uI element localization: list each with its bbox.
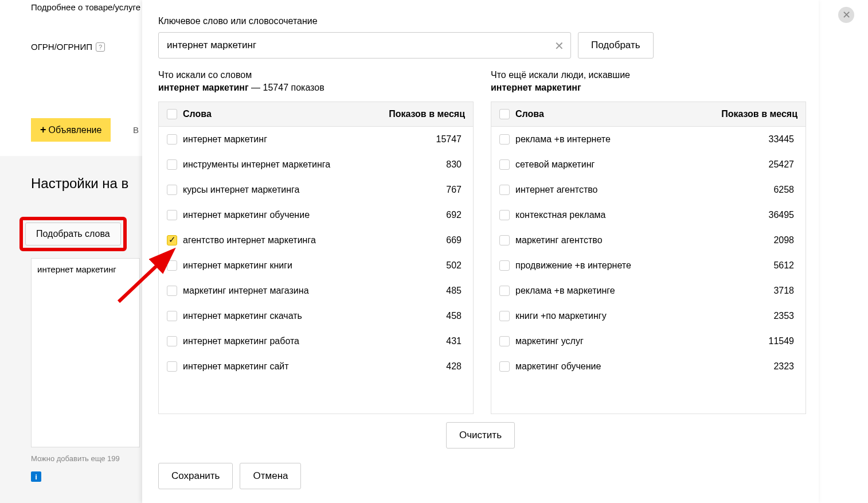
table-row[interactable]: реклама +в маркетинге3718	[491, 278, 806, 303]
row-count: 767	[385, 185, 465, 195]
keywords-textarea[interactable]: интернет маркетинг	[31, 258, 140, 447]
row-word: курсы интернет маркетинга	[183, 185, 299, 195]
header-words: Слова	[515, 109, 544, 119]
plus-icon: +	[40, 124, 46, 136]
right-table-header: Слова Показов в месяц	[491, 102, 806, 127]
row-checkbox[interactable]	[167, 134, 177, 145]
right-table-body[interactable]: реклама +в интернете33445сетевой маркети…	[491, 127, 806, 414]
row-count: 6258	[717, 185, 797, 195]
table-row[interactable]: продвижение +в интернете5612	[491, 253, 806, 278]
clear-input-icon[interactable]: ✕	[554, 39, 564, 53]
table-row[interactable]: книги +по маркетингу2353	[491, 303, 806, 329]
left-table-header: Слова Показов в месяц	[159, 102, 473, 127]
row-word: маркетинг интернет магазина	[183, 286, 309, 296]
row-count: 15747	[385, 134, 465, 145]
table-row[interactable]: интернет маркетинг15747	[159, 127, 473, 152]
add-ad-button[interactable]: + Объявление	[31, 118, 111, 142]
row-word: контекстная реклама	[515, 210, 605, 220]
row-checkbox[interactable]	[499, 210, 510, 220]
row-checkbox[interactable]	[167, 361, 177, 372]
row-checkbox[interactable]	[167, 336, 177, 346]
select-all-checkbox[interactable]	[167, 109, 177, 119]
row-checkbox[interactable]	[167, 210, 177, 220]
settings-title: Настройки на в	[0, 156, 149, 192]
row-checkbox[interactable]	[499, 159, 510, 170]
row-checkbox[interactable]	[167, 235, 177, 245]
row-word: интернет маркетинг	[183, 134, 267, 145]
row-word: интернет маркетинг обучение	[183, 210, 310, 220]
info-icon: i	[31, 471, 41, 482]
table-row[interactable]: интернет маркетинг книги502	[159, 253, 473, 278]
row-count: 11549	[717, 336, 797, 346]
right-caption: Что ещё искали люди, искавшие интернет м…	[491, 69, 806, 95]
row-count: 502	[385, 260, 465, 271]
save-button[interactable]: Сохранить	[158, 463, 233, 489]
row-checkbox[interactable]	[167, 185, 177, 195]
row-word: агентство интернет маркетинга	[183, 235, 316, 245]
clear-button[interactable]: Очистить	[446, 422, 515, 449]
table-row[interactable]: интернет маркетинг работа431	[159, 329, 473, 354]
table-row[interactable]: маркетинг обучение2323	[491, 354, 806, 379]
row-checkbox[interactable]	[167, 159, 177, 170]
table-row[interactable]: агентство интернет маркетинга669	[159, 228, 473, 253]
pick-words-button[interactable]: Подобрать слова	[25, 223, 121, 245]
cancel-button[interactable]: Отмена	[240, 463, 301, 489]
row-word: книги +по маркетингу	[515, 311, 607, 321]
header-words: Слова	[183, 109, 212, 119]
row-count: 2098	[717, 235, 797, 245]
row-word: маркетинг обучение	[515, 361, 601, 372]
keyword-picker-modal: ✕ Ключевое слово или словосочетание ✕ По…	[142, 0, 819, 503]
row-checkbox[interactable]	[167, 286, 177, 296]
right-results-column: Что ещё искали люди, искавшие интернет м…	[491, 69, 806, 414]
row-checkbox[interactable]	[499, 286, 510, 296]
help-icon[interactable]: ?	[96, 42, 105, 52]
row-checkbox[interactable]	[167, 311, 177, 321]
row-checkbox[interactable]	[167, 260, 177, 271]
table-row[interactable]: реклама +в интернете33445	[491, 127, 806, 152]
table-row[interactable]: маркетинг услуг11549	[491, 329, 806, 354]
table-row[interactable]: контекстная реклама36495	[491, 202, 806, 228]
table-row[interactable]: инструменты интернет маркетинга830	[159, 152, 473, 177]
row-word: инструменты интернет маркетинга	[183, 159, 330, 170]
left-table-body[interactable]: интернет маркетинг15747инструменты интер…	[159, 127, 473, 414]
table-row[interactable]: интернет маркетинг обучение692	[159, 202, 473, 228]
row-word: интернет агентство	[515, 185, 598, 195]
row-word: реклама +в маркетинге	[515, 286, 615, 296]
bg-letter: В	[133, 125, 139, 135]
row-word: интернет маркетинг сайт	[183, 361, 289, 372]
row-count: 669	[385, 235, 465, 245]
table-row[interactable]: интернет маркетинг сайт428	[159, 354, 473, 379]
row-count: 2323	[717, 361, 797, 372]
row-checkbox[interactable]	[499, 311, 510, 321]
table-row[interactable]: маркетинг интернет магазина485	[159, 278, 473, 303]
row-word: маркетинг агентство	[515, 235, 603, 245]
table-row[interactable]: интернет агентство6258	[491, 177, 806, 202]
table-row[interactable]: сетевой маркетинг25427	[491, 152, 806, 177]
table-row[interactable]: курсы интернет маркетинга767	[159, 177, 473, 202]
row-checkbox[interactable]	[499, 134, 510, 145]
row-word: реклама +в интернете	[515, 134, 611, 145]
row-count: 692	[385, 210, 465, 220]
row-count: 830	[385, 159, 465, 170]
submit-search-button[interactable]: Подобрать	[578, 32, 654, 59]
select-all-checkbox[interactable]	[499, 109, 510, 119]
header-count: Показов в месяц	[706, 109, 797, 119]
row-word: интернет маркетинг скачать	[183, 311, 302, 321]
row-checkbox[interactable]	[499, 235, 510, 245]
row-word: интернет маркетинг работа	[183, 336, 299, 346]
row-checkbox[interactable]	[499, 260, 510, 271]
row-count: 25427	[717, 159, 797, 170]
row-checkbox[interactable]	[499, 336, 510, 346]
row-word: маркетинг услуг	[515, 336, 584, 346]
table-row[interactable]: интернет маркетинг скачать458	[159, 303, 473, 329]
keyword-search-input[interactable]	[158, 32, 571, 59]
row-count: 458	[385, 311, 465, 321]
row-checkbox[interactable]	[499, 185, 510, 195]
footer-hint: Можно добавить еще 199	[31, 454, 120, 463]
table-row[interactable]: маркетинг агентство2098	[491, 228, 806, 253]
left-caption: Что искали со словом интернет маркетинг …	[158, 69, 474, 95]
close-icon[interactable]: ✕	[838, 7, 854, 23]
row-checkbox[interactable]	[499, 361, 510, 372]
row-count: 3718	[717, 286, 797, 296]
highlighted-button-frame: Подобрать слова	[19, 217, 127, 251]
